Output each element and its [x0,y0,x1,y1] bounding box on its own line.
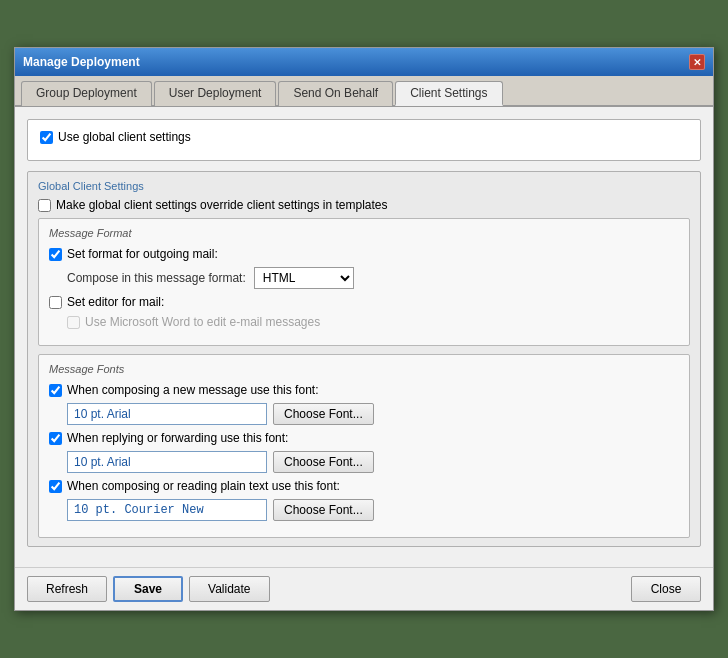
set-format-checkbox[interactable] [49,248,62,261]
use-word-checkbox[interactable] [67,316,80,329]
main-window: Manage Deployment ✕ Group Deployment Use… [14,47,714,611]
message-fonts-section: Message Fonts When composing a new messa… [38,354,690,538]
compose-format-label: Compose in this message format: [67,271,246,285]
font2-label: When replying or forwarding use this fon… [67,431,288,445]
font2-input[interactable] [67,451,267,473]
tab-user-deployment[interactable]: User Deployment [154,81,277,106]
font1-checkbox[interactable] [49,384,62,397]
font3-label: When composing or reading plain text use… [67,479,340,493]
set-format-label: Set format for outgoing mail: [67,247,218,261]
font1-check-row: When composing a new message use this fo… [49,383,679,397]
override-label: Make global client settings override cli… [56,198,388,212]
close-window-button[interactable]: ✕ [689,54,705,70]
title-bar-controls: ✕ [689,54,705,70]
font1-label: When composing a new message use this fo… [67,383,318,397]
use-global-checkbox[interactable] [40,131,53,144]
tab-bar: Group Deployment User Deployment Send On… [15,76,713,107]
main-content: Use global client settings Global Client… [15,107,713,567]
font3-row: Choose Font... [67,499,679,521]
bottom-right-buttons: Close [631,576,701,602]
title-bar: Manage Deployment ✕ [15,48,713,76]
use-global-label: Use global client settings [58,130,191,144]
message-format-label: Message Format [49,227,679,239]
window-title: Manage Deployment [23,55,140,69]
choose-font2-button[interactable]: Choose Font... [273,451,374,473]
use-global-section: Use global client settings [27,119,701,161]
use-word-label: Use Microsoft Word to edit e-mail messag… [85,315,320,329]
save-button[interactable]: Save [113,576,183,602]
bottom-bar: Refresh Save Validate Close [15,567,713,610]
bottom-left-buttons: Refresh Save Validate [27,576,270,602]
close-button[interactable]: Close [631,576,701,602]
validate-button[interactable]: Validate [189,576,269,602]
font1-input[interactable] [67,403,267,425]
global-client-section: Global Client Settings Make global clien… [27,171,701,547]
message-format-section: Message Format Set format for outgoing m… [38,218,690,346]
format-select-wrap: HTML Plain Text Rich Text [254,267,354,289]
compose-format-row: Compose in this message format: HTML Pla… [67,267,679,289]
tab-group-deployment[interactable]: Group Deployment [21,81,152,106]
set-editor-label: Set editor for mail: [67,295,164,309]
use-word-row: Use Microsoft Word to edit e-mail messag… [67,315,679,329]
choose-font3-button[interactable]: Choose Font... [273,499,374,521]
font1-row: Choose Font... [67,403,679,425]
override-row: Make global client settings override cli… [38,198,690,212]
font2-check-row: When replying or forwarding use this fon… [49,431,679,445]
font3-check-row: When composing or reading plain text use… [49,479,679,493]
tab-send-on-behalf[interactable]: Send On Behalf [278,81,393,106]
refresh-button[interactable]: Refresh [27,576,107,602]
font2-checkbox[interactable] [49,432,62,445]
font3-input[interactable] [67,499,267,521]
message-fonts-label: Message Fonts [49,363,679,375]
override-checkbox[interactable] [38,199,51,212]
font3-checkbox[interactable] [49,480,62,493]
format-select[interactable]: HTML Plain Text Rich Text [254,267,354,289]
choose-font1-button[interactable]: Choose Font... [273,403,374,425]
set-editor-row: Set editor for mail: [49,295,679,309]
set-format-row: Set format for outgoing mail: [49,247,679,261]
font2-row: Choose Font... [67,451,679,473]
global-section-label: Global Client Settings [38,180,690,192]
tab-client-settings[interactable]: Client Settings [395,81,502,106]
use-global-row: Use global client settings [40,130,688,144]
set-editor-checkbox[interactable] [49,296,62,309]
